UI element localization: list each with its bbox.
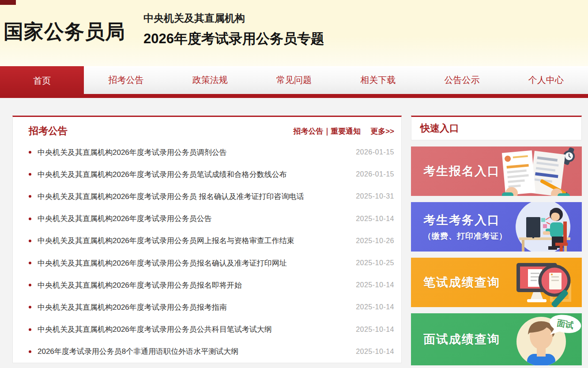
nav-tab-faq[interactable]: 常见问题 xyxy=(252,66,336,98)
announcements-panel: 招考公告 招考公告｜重要通知 更多>> 中央机关及其直属机构2026年度考试录用… xyxy=(12,116,402,363)
announcement-item[interactable]: 中央机关及其直属机构2026年度考试录用公务员 报名确认及准考证打印咨询电话20… xyxy=(29,185,394,207)
bullet-icon xyxy=(29,151,31,154)
announcement-date: 2025-10-14 xyxy=(356,303,394,311)
announcement-date: 2025-10-26 xyxy=(356,237,394,245)
nav-tab-home[interactable]: 首页 xyxy=(0,66,84,98)
corner-mark xyxy=(0,0,16,5)
nav-tab-announcements[interactable]: 招考公告 xyxy=(84,66,168,98)
nav-tabs: 首页 招考公告 政策法规 常见问题 相关下载 公告公示 个人中心 xyxy=(0,66,588,98)
banner-label: 笔试成绩查询 xyxy=(423,274,500,290)
bullet-icon xyxy=(29,328,31,331)
main-content: 招考公告 招考公告｜重要通知 更多>> 中央机关及其直属机构2026年度考试录用… xyxy=(12,116,582,365)
bullet-icon xyxy=(29,350,31,353)
announcement-item[interactable]: 中央机关及其直属机构2026年度考试录用公务员公共科目笔试考试大纲2025-10… xyxy=(29,319,394,341)
site-logo[interactable]: 国家公务员局 xyxy=(4,19,125,45)
announcement-item[interactable]: 中央机关及其直属机构2026年度考试录用公务员笔试成绩和合格分数线公布2026-… xyxy=(29,163,394,185)
announcement-item[interactable]: 中央机关及其直属机构2026年度考试录用公务员报名即将开始2025-10-14 xyxy=(29,274,394,296)
bullet-icon xyxy=(29,195,31,198)
banner-registration-entry[interactable]: 考生报名入口 xyxy=(411,146,582,196)
bullet-icon xyxy=(29,173,31,176)
announcements-header: 招考公告 招考公告｜重要通知 更多>> xyxy=(13,117,401,140)
announcement-date: 2026-01-15 xyxy=(356,148,394,156)
monitor-magnifier-icon xyxy=(494,258,582,307)
announcement-date: 2025-10-25 xyxy=(356,259,394,267)
announcement-date: 2025-10-31 xyxy=(356,192,394,200)
banner-written-score-query[interactable]: 笔试成绩查询 xyxy=(411,258,582,307)
bullet-icon xyxy=(29,218,31,220)
banner-label: 考生考务入口（缴费、打印准考证） xyxy=(423,212,507,241)
announcement-item[interactable]: 中央机关及其直属机构2026年度考试录用公务员报考指南2025-10-14 xyxy=(29,296,394,318)
nav-tab-notices[interactable]: 公告公示 xyxy=(420,66,504,98)
announcement-date: 2025-10-14 xyxy=(356,326,394,334)
announcement-item[interactable]: 中央机关及其直属机构2026年度考试录用公务员网上报名与资格审查工作结束2025… xyxy=(29,230,394,252)
quick-entry-panel: 快速入口 xyxy=(411,116,582,140)
person-speech-bubble-icon: 面试 xyxy=(489,313,582,365)
bullet-icon xyxy=(29,262,31,264)
banner-label: 考生报名入口 xyxy=(423,163,500,179)
announcements-tab-links[interactable]: 招考公告｜重要通知 xyxy=(293,126,361,136)
header-subtitle: 中央机关及其直属机构 xyxy=(143,11,324,25)
more-link[interactable]: 更多>> xyxy=(370,126,394,136)
banner-label: 面试成绩查询 xyxy=(423,331,500,347)
nav-tab-policies[interactable]: 政策法规 xyxy=(168,66,252,98)
quick-entry-title: 快速入口 xyxy=(420,122,459,135)
announcement-date: 2026-01-15 xyxy=(356,170,394,178)
announcement-item[interactable]: 中央机关及其直属机构2026年度考试录用公务员公告2025-10-14 xyxy=(29,208,394,230)
bullet-icon xyxy=(29,284,31,286)
page-title: 2026年度考试录用公务员专题 xyxy=(143,30,324,48)
announcement-item[interactable]: 中央机关及其直属机构2026年度考试录用公务员调剂公告2026-01-15 xyxy=(29,141,394,163)
announcement-date: 2025-10-14 xyxy=(356,281,394,289)
nav-tab-downloads[interactable]: 相关下载 xyxy=(336,66,420,98)
quick-entry-column: 快速入口 考生报名入口 xyxy=(411,116,582,365)
main-nav: 首页 招考公告 政策法规 常见问题 相关下载 公告公示 个人中心 xyxy=(0,66,588,98)
announcements-list: 中央机关及其直属机构2026年度考试录用公务员调剂公告2026-01-15 中央… xyxy=(13,140,401,363)
announcement-date: 2025-10-14 xyxy=(356,348,394,356)
announcement-item[interactable]: 2026年度考试录用公务员8个非通用语职位外语水平测试大纲2025-10-14 xyxy=(29,341,394,363)
nav-tab-personal-center[interactable]: 个人中心 xyxy=(504,66,588,98)
header-titles: 中央机关及其直属机构 2026年度考试录用公务员专题 xyxy=(143,11,324,48)
banner-sublabel: （缴费、打印准考证） xyxy=(423,231,507,241)
bullet-icon xyxy=(29,240,31,242)
announcement-date: 2025-10-14 xyxy=(356,215,394,223)
banner-exam-affairs-entry[interactable]: 考生考务入口（缴费、打印准考证） xyxy=(411,202,582,252)
announcements-title: 招考公告 xyxy=(29,124,68,138)
announcements-links: 招考公告｜重要通知 更多>> xyxy=(293,126,394,136)
site-header: 国家公务员局 中央机关及其直属机构 2026年度考试录用公务员专题 xyxy=(0,0,588,66)
banner-interview-score-query[interactable]: 面试成绩查询 面试 xyxy=(411,313,582,365)
bullet-icon xyxy=(29,306,31,308)
announcement-item[interactable]: 中央机关及其直属机构2026年度考试录用公务员报名确认及准考证打印网址2025-… xyxy=(29,252,394,274)
